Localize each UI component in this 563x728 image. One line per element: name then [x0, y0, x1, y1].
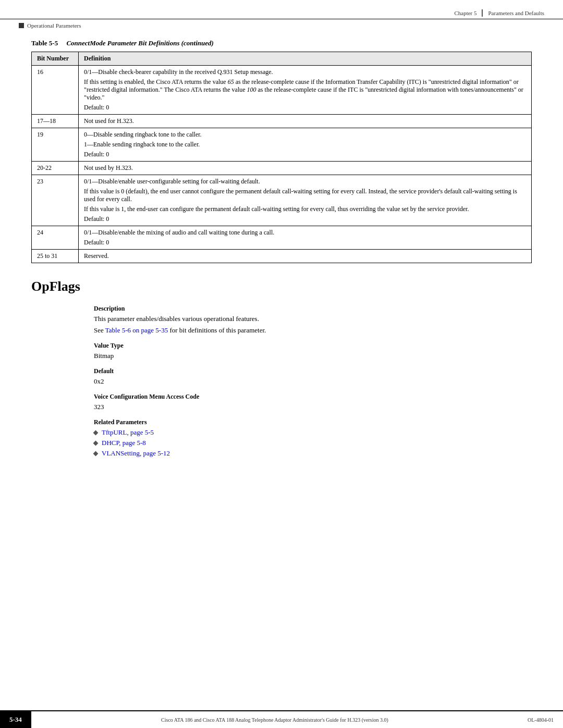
see-link[interactable]: Table 5-6 on page 5-35 — [105, 326, 168, 334]
breadcrumb: Operational Parameters — [0, 19, 563, 29]
table-caption-text: ConnectMode Parameter Bit Definitions (c… — [66, 39, 213, 47]
footer-center-text: Cisco ATA 186 and Cisco ATA 188 Analog T… — [31, 711, 518, 728]
table-row-def: Not used for H.323. — [79, 115, 532, 128]
table-row-bit: 24 — [32, 226, 79, 250]
related-link[interactable]: TftpURL, page 5-5 — [102, 428, 154, 437]
related-list: TftpURL, page 5-5DHCP, page 5-8VLANSetti… — [94, 428, 532, 458]
related-link[interactable]: DHCP, page 5-8 — [102, 439, 146, 447]
table-row-def: 0/1—Disable check-bearer capability in t… — [79, 66, 532, 115]
table-row-def: Not used by H.323. — [79, 162, 532, 175]
value-type-value: Bitmap — [94, 352, 532, 360]
table-row-def: 0—Disable sending ringback tone to the c… — [79, 128, 532, 162]
bullet-icon — [93, 440, 99, 446]
opflags-heading: OpFlags — [31, 279, 532, 294]
value-type-label: Value Type — [94, 342, 532, 350]
table-row-def: Reserved. — [79, 250, 532, 263]
breadcrumb-icon — [19, 23, 24, 28]
table-caption: Table 5-5 ConnectMode Parameter Bit Defi… — [31, 39, 532, 47]
table-row-def: 0/1—Disable/enable user-configurable set… — [79, 175, 532, 226]
table-row-bit: 16 — [32, 66, 79, 115]
table-row-bit: 23 — [32, 175, 79, 226]
table-row-def: 0/1—Disable/enable the mixing of audio a… — [79, 226, 532, 250]
page-number: 5-34 — [0, 711, 31, 728]
header-title: Parameters and Defaults — [488, 10, 544, 16]
table-row-bit: 25 to 31 — [32, 250, 79, 263]
main-content: Table 5-5 ConnectMode Parameter Bit Defi… — [0, 29, 563, 470]
col-header-def: Definition — [79, 52, 532, 66]
description-value: This parameter enables/disables various … — [94, 315, 532, 323]
related-list-item: DHCP, page 5-8 — [94, 439, 532, 447]
default-value: 0x2 — [94, 377, 532, 386]
voice-config-label: Voice Configuration Menu Access Code — [94, 393, 532, 401]
related-list-item: VLANSetting, page 5-12 — [94, 449, 532, 458]
table-row-bit: 19 — [32, 128, 79, 162]
page-footer: 5-34 Cisco ATA 186 and Cisco ATA 188 Ana… — [0, 710, 563, 728]
table-row-bit: 17—18 — [32, 115, 79, 128]
table-label: Table 5-5 — [31, 39, 58, 47]
bullet-icon — [93, 451, 99, 456]
header-divider — [482, 9, 483, 17]
connect-mode-table: Bit Number Definition 160/1—Disable chec… — [31, 52, 532, 263]
voice-config-value: 323 — [94, 403, 532, 411]
col-header-bit: Bit Number — [32, 52, 79, 66]
page-header: Chapter 5 Parameters and Defaults — [0, 0, 563, 19]
bullet-icon — [93, 430, 99, 435]
footer-right-text: OL-4804-01 — [518, 711, 563, 728]
related-link[interactable]: VLANSetting, page 5-12 — [102, 449, 170, 458]
see-after: for bit definitions of this parameter. — [168, 326, 266, 334]
breadcrumb-text: Operational Parameters — [27, 22, 81, 29]
see-text: See Table 5-6 on page 5-35 for bit defin… — [94, 326, 532, 335]
related-label: Related Parameters — [94, 418, 532, 426]
related-list-item: TftpURL, page 5-5 — [94, 428, 532, 437]
see-before: See — [94, 326, 105, 334]
chapter-label: Chapter 5 — [454, 10, 476, 16]
default-label: Default — [94, 367, 532, 375]
table-row-bit: 20-22 — [32, 162, 79, 175]
opflags-section: Description This parameter enables/disab… — [31, 305, 532, 458]
description-label: Description — [94, 305, 532, 313]
